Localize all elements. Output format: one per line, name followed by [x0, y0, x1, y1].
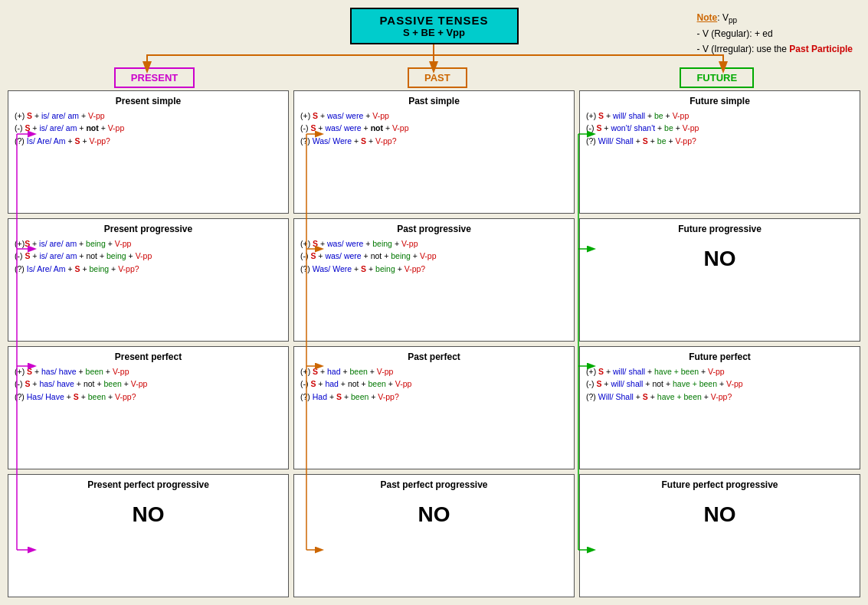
past-prog-title: Past progressive	[300, 224, 568, 234]
present-prog-content: (+)S + is/ are/ am + being + V-pp (-) S …	[15, 237, 282, 275]
fpp-title: Future perfect progressive	[586, 479, 853, 490]
col-header-past: PAST	[408, 67, 467, 88]
past-prog-content: (+) S + was/ were + being + V-pp (-) S +…	[300, 237, 568, 275]
pp-line3: (?) Is/ Are/ Am + S + being + V-pp?	[15, 263, 282, 275]
ps-line2: (-) S + is/ are/ am + not + V-pp	[15, 122, 282, 134]
cell-present-progressive: Present progressive (+)S + is/ are/ am +…	[8, 218, 289, 342]
fs-line2: (-) S + won't/ shan't + be + V-pp	[586, 122, 853, 134]
pasts-line3: (?) Was/ Were + S + V-pp?	[300, 135, 568, 147]
pastpp-no: NO	[300, 502, 568, 527]
ppp-no: NO	[15, 502, 282, 527]
col-header-present: PRESENT	[114, 67, 195, 88]
fs-line1: (+) S + will/ shall + be + V-pp	[586, 110, 853, 122]
note-area: Note: Vpp - V (Regular): + ed - V (Irreg…	[697, 11, 853, 57]
pastperf-line1: (+) S + had + been + V-pp	[300, 365, 568, 378]
past-perf-content: (+) S + had + been + V-pp (-) S + had + …	[300, 365, 568, 403]
pperf-line3: (?) Has/ Have + S + been + V-pp?	[15, 391, 282, 403]
pasts-line1: (+) S + was/ were + V-pp	[300, 110, 568, 122]
future-simple-title: Future simple	[586, 96, 853, 106]
cell-past-perfect-progressive: Past perfect progressive NO	[293, 474, 575, 597]
present-simple-title: Present simple	[15, 96, 282, 106]
title-sub: S + BE + Vpp	[364, 27, 505, 38]
pp-line2: (-) S + is/ are/ am + not + being + V-pp	[15, 250, 282, 262]
pperf-line2: (-) S + has/ have + not + been + V-pp	[15, 378, 282, 390]
cell-present-perfect-progressive: Present perfect progressive NO	[8, 474, 289, 597]
cell-past-progressive: Past progressive (+) S + was/ were + bei…	[293, 218, 575, 342]
cell-future-simple: Future simple (+) S + will/ shall + be +…	[579, 90, 860, 214]
cell-future-perfect: Future perfect (+) S + will/ shall + hav…	[579, 346, 860, 469]
past-simple-title: Past simple	[300, 96, 568, 106]
note-line2: - V (Irregular): use the Past Participle	[697, 42, 853, 57]
pastperf-line2: (-) S + had + not + been + V-pp	[300, 378, 568, 390]
cell-present-perfect: Present perfect (+) S + has/ have + been…	[8, 346, 289, 469]
present-perf-title: Present perfect	[15, 352, 282, 362]
past-participle-text: Past Participle	[789, 44, 853, 54]
pastpp-title: Past perfect progressive	[300, 479, 568, 490]
pasts-line2: (-) S + was/ were + not + V-pp	[300, 122, 568, 134]
main-container: PASSIVE TENSES S + BE + Vpp Note: Vpp - …	[0, 0, 868, 605]
note-line0: Note: Vpp	[697, 11, 853, 27]
present-prog-title: Present progressive	[15, 224, 282, 234]
cell-past-simple: Past simple (+) S + was/ were + V-pp (-)…	[293, 90, 575, 214]
note-line1: - V (Regular): + ed	[697, 27, 853, 41]
title-box: PASSIVE TENSES S + BE + Vpp	[350, 8, 519, 44]
pperf-line1: (+) S + has/ have + been + V-pp	[15, 365, 282, 378]
cell-future-progressive: Future progressive NO	[579, 218, 860, 342]
past-simple-content: (+) S + was/ were + V-pp (-) S + was/ we…	[300, 110, 568, 147]
ps-line1: (+) S + is/ are/ am + V-pp	[15, 110, 282, 122]
future-perf-content: (+) S + will/ shall + have + been + V-pp…	[586, 365, 853, 403]
tense-grid: Present simple (+) S + is/ are/ am + V-p…	[8, 90, 860, 597]
present-perf-content: (+) S + has/ have + been + V-pp (-) S + …	[15, 365, 282, 403]
future-prog-no: NO	[586, 247, 853, 271]
cell-future-perfect-progressive: Future perfect progressive NO	[579, 474, 860, 597]
ps-line3: (?) Is/ Are/ Am + S + V-pp?	[15, 135, 282, 147]
title-main: PASSIVE TENSES	[364, 14, 505, 27]
cell-present-simple: Present simple (+) S + is/ are/ am + V-p…	[8, 90, 289, 214]
past-perf-title: Past perfect	[300, 352, 568, 362]
note-label: Note	[697, 12, 718, 23]
pp-line1: (+)S + is/ are/ am + being + V-pp	[15, 237, 282, 250]
present-simple-content: (+) S + is/ are/ am + V-pp (-) S + is/ a…	[15, 110, 282, 147]
col-header-future: FUTURE	[680, 67, 754, 88]
ppp-title: Present perfect progressive	[15, 479, 282, 490]
fpp-no: NO	[586, 502, 853, 527]
pastp-line2: (-) S + was/ were + not + being + V-pp	[300, 250, 568, 262]
col-headers: PRESENT PAST FUTURE	[8, 67, 860, 88]
pastp-line1: (+) S + was/ were + being + V-pp	[300, 237, 568, 250]
pastperf-line3: (?) Had + S + been + V-pp?	[300, 391, 568, 403]
fperf-line2: (-) S + will/ shall + not + have + been …	[586, 378, 853, 390]
future-perf-title: Future perfect	[586, 352, 853, 362]
fs-line3: (?) Will/ Shall + S + be + V-pp?	[586, 135, 853, 147]
future-simple-content: (+) S + will/ shall + be + V-pp (-) S + …	[586, 110, 853, 147]
fperf-line3: (?) Will/ Shall + S + have + been + V-pp…	[586, 391, 853, 403]
fperf-line1: (+) S + will/ shall + have + been + V-pp	[586, 365, 853, 378]
cell-past-perfect: Past perfect (+) S + had + been + V-pp (…	[293, 346, 575, 469]
future-prog-title: Future progressive	[586, 224, 853, 234]
pastp-line3: (?) Was/ Were + S + being + V-pp?	[300, 263, 568, 275]
